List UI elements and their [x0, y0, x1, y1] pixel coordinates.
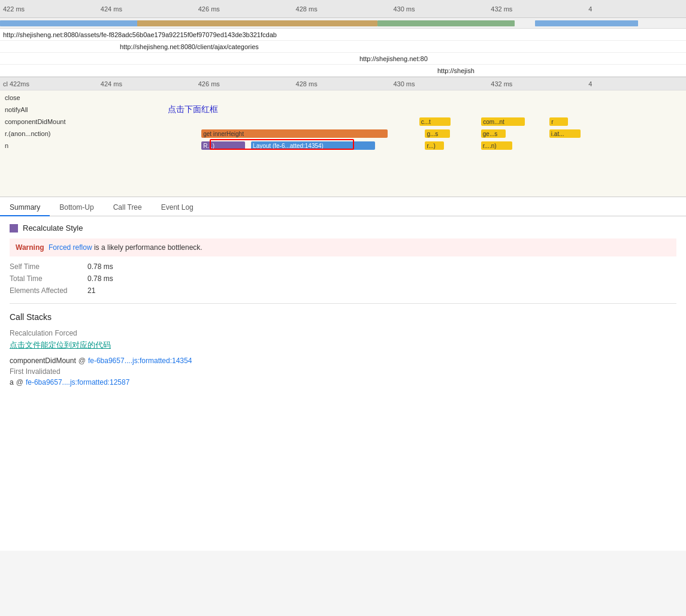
flame-bar-iat[interactable]: i.at...: [549, 129, 581, 138]
recalculation-link[interactable]: 点击文件能定位到对应的代码: [10, 340, 111, 349]
first-invalidated-label: First Invalidated: [10, 367, 676, 376]
timeline-top-ruler: 422 ms 424 ms 426 ms 428 ms 430 ms 432 m…: [0, 0, 686, 18]
call-stacks-title: Call Stacks: [10, 312, 676, 322]
stat-value-elements-affected: 21: [87, 286, 95, 295]
ruler-mark-2: 426 ms: [198, 5, 296, 13]
network-waterfall-strip: [0, 18, 686, 29]
flame-ruler-1: 424 ms: [101, 80, 198, 87]
callstack-componentdidmount: componentDidMount @ fe-6ba9657....js:for…: [10, 357, 676, 365]
flame-bars-anon: get innerHeight g...s ge...s i.at...: [65, 129, 686, 138]
stat-label-elements-affected: Elements Affected: [10, 286, 87, 295]
flame-chart-area: cl 422ms 424 ms 426 ms 428 ms 430 ms 432…: [0, 77, 686, 197]
url-row-2[interactable]: http://shejisheng.net:80: [0, 53, 686, 65]
flame-rows-container: close notifyAll 点击下面红框 componentDidMount…: [0, 90, 686, 152]
url-row-1[interactable]: http://shejisheng.net:8080/client/ajax/c…: [0, 41, 686, 53]
summary-panel: Recalculate Style Warning Forced reflow …: [0, 216, 686, 551]
flame-bar-r[interactable]: r: [549, 117, 568, 126]
divider-1: [10, 303, 676, 304]
flame-row-anon: r.(anon...nction) get innerHeight g...s …: [0, 128, 686, 140]
tab-call-tree[interactable]: Call Tree: [104, 200, 152, 216]
callstack-func-a: a: [10, 378, 14, 386]
flame-bar-ct[interactable]: c...t: [419, 117, 451, 126]
flame-row-close: close: [0, 92, 686, 104]
url-text-1: http://shejisheng.net:8080/client/ajax/c…: [120, 43, 259, 50]
flame-ruler: cl 422ms 424 ms 426 ms 428 ms 430 ms 432…: [0, 77, 686, 90]
style-title: Recalculate Style: [23, 224, 83, 232]
flame-row-notifyall: notifyAll 点击下面红框: [0, 104, 686, 116]
stat-row-self-time: Self Time 0.78 ms: [10, 262, 676, 271]
style-header: Recalculate Style: [10, 224, 676, 232]
annotation-notifyall: 点击下面红框: [168, 104, 218, 115]
tab-event-log[interactable]: Event Log: [152, 200, 203, 216]
flame-ruler-4: 430 ms: [393, 80, 491, 87]
call-stacks-section: Call Stacks Recalculation Forced 点击文件能定位…: [10, 312, 676, 386]
flame-bar-r3[interactable]: r...): [425, 141, 443, 150]
flame-bar-r2[interactable]: R...): [201, 141, 245, 150]
style-color-swatch: [10, 224, 18, 232]
callstack-at-symbol-2: @: [16, 378, 23, 386]
ruler-mark-0: 422 ms: [3, 5, 101, 13]
flame-ruler-5: 432 ms: [491, 80, 588, 87]
flame-row-n: n R...) Layout (fe-6...atted:14354) r...…: [0, 140, 686, 152]
warning-box: Warning Forced reflow is a likely perfor…: [10, 238, 676, 256]
network-bar-2: [137, 20, 377, 26]
callstack-at-symbol: @: [78, 357, 86, 365]
flame-ruler-2: 426 ms: [198, 80, 296, 87]
forced-reflow-link[interactable]: Forced reflow: [49, 243, 92, 252]
ruler-mark-5: 432 ms: [491, 5, 588, 13]
callstack-recalculation-forced: Recalculation Forced 点击文件能定位到对应的代码: [10, 329, 676, 351]
url-text-3: http://shejish: [437, 67, 475, 74]
url-row-0[interactable]: http://shejisheng.net:8080/assets/fe-f82…: [0, 29, 686, 41]
url-rows-container: http://shejisheng.net:8080/assets/fe-f82…: [0, 29, 686, 77]
url-text-0: http://shejisheng.net:8080/assets/fe-f82…: [3, 31, 277, 38]
ruler-mark-4: 430 ms: [393, 5, 491, 13]
flame-bar-comnt[interactable]: com...nt: [481, 117, 524, 126]
ruler-mark-6: 4: [588, 5, 686, 13]
flame-label-componentdidmount: componentDidMount: [5, 118, 66, 125]
flame-label-close: close: [5, 94, 65, 101]
flame-bar-rn[interactable]: r....n): [481, 141, 512, 150]
flame-row-componentdidmount: componentDidMount c...t com...nt r: [0, 116, 686, 128]
flame-bar-getheight[interactable]: get innerHeight: [201, 129, 388, 138]
stat-label-total-time: Total Time: [10, 274, 87, 283]
flame-ruler-6: 4: [588, 80, 686, 87]
tab-bottom-up[interactable]: Bottom-Up: [50, 200, 103, 216]
warning-text: is a likely performance bottleneck.: [94, 243, 203, 252]
flame-bar-layout[interactable]: Layout (fe-6...atted:14354): [251, 141, 375, 150]
ruler-marks-top: 422 ms 424 ms 426 ms 428 ms 430 ms 432 m…: [0, 5, 686, 13]
tab-summary[interactable]: Summary: [0, 200, 50, 216]
stat-label-self-time: Self Time: [10, 262, 87, 271]
url-row-3[interactable]: http://shejish: [0, 65, 686, 77]
stats-container: Self Time 0.78 ms Total Time 0.78 ms Ele…: [10, 262, 676, 295]
url-text-2: http://shejisheng.net:80: [359, 55, 428, 62]
network-bar-3: [377, 20, 515, 26]
ruler-mark-1: 424 ms: [101, 5, 198, 13]
flame-label-notifyall: notifyAll: [5, 106, 65, 113]
flame-bars-n: R...) Layout (fe-6...atted:14354) r...) …: [65, 141, 686, 150]
flame-bar-gs[interactable]: g...s: [425, 129, 449, 138]
componentdidmount-link[interactable]: fe-6ba9657....js:formatted:14354: [88, 357, 192, 365]
callstack-func-componentdidmount: componentDidMount: [10, 357, 76, 365]
flame-ruler-0: cl 422ms: [3, 80, 101, 87]
stat-value-self-time: 0.78 ms: [87, 262, 113, 271]
flame-bar-ges[interactable]: ge...s: [481, 129, 506, 138]
stat-row-elements-affected: Elements Affected 21: [10, 286, 676, 295]
warning-label: Warning: [16, 243, 44, 252]
callstack-label-recalculation: Recalculation Forced: [10, 329, 676, 337]
stat-value-total-time: 0.78 ms: [87, 274, 113, 283]
first-invalidated-link[interactable]: fe-6ba9657....js:formatted:12587: [26, 378, 129, 386]
stat-row-total-time: Total Time 0.78 ms: [10, 274, 676, 283]
flame-ruler-3: 428 ms: [296, 80, 394, 87]
ruler-mark-3: 428 ms: [296, 5, 394, 13]
flame-bars-componentdidmount: c...t com...nt r: [66, 117, 686, 126]
flame-label-n: n: [5, 142, 65, 149]
network-bar-4: [535, 20, 638, 26]
flame-label-anon: r.(anon...nction): [5, 130, 65, 137]
callstack-first-invalidated: a @ fe-6ba9657....js:formatted:12587: [10, 378, 676, 386]
tabs-bar: Summary Bottom-Up Call Tree Event Log: [0, 197, 686, 216]
